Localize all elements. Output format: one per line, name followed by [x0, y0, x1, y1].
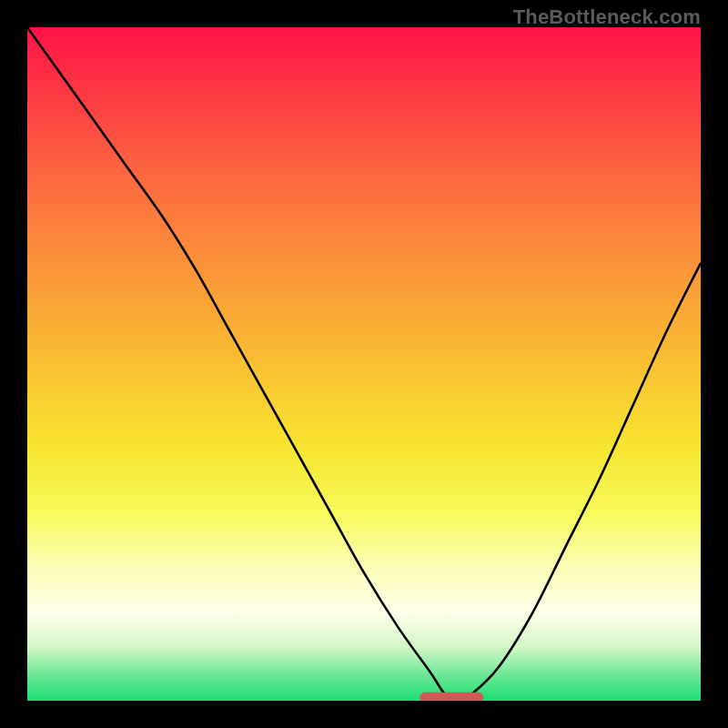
chart-frame: TheBottleneck.com: [0, 0, 728, 728]
curve-layer: [27, 27, 701, 701]
bottleneck-curve-line: [27, 27, 701, 701]
watermark-text: TheBottleneck.com: [513, 5, 701, 29]
plot-area: [27, 27, 701, 701]
